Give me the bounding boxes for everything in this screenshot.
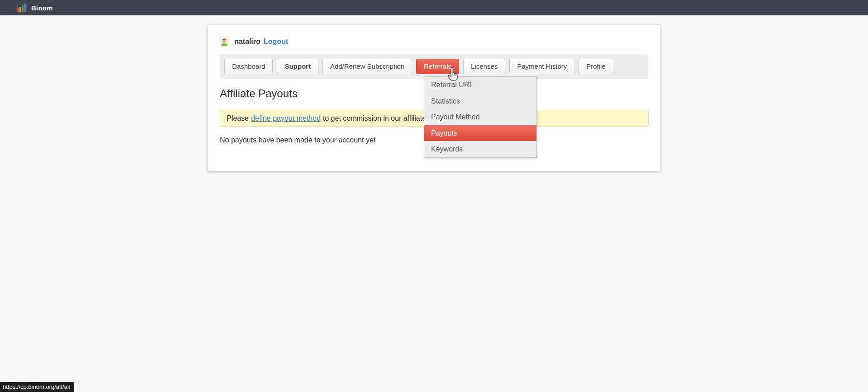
referrals-dropdown-menu: Referral URL Statistics Payout Method Pa… — [424, 76, 537, 158]
status-url-tooltip: https://cp.binom.org/aff/aff — [0, 382, 74, 392]
nav-tab-dashboard[interactable]: Dashboard — [224, 59, 273, 74]
main-nav: Dashboard Support Add/Renew Subscription… — [220, 54, 648, 79]
username-label: nataliro — [234, 38, 261, 46]
nav-tab-referrals[interactable]: Referrals — [416, 59, 459, 74]
nav-tab-add-renew-subscription[interactable]: Add/Renew Subscription — [323, 59, 412, 74]
user-row: nataliro Logout — [220, 37, 648, 46]
notice-text-prefix: Please — [227, 114, 249, 123]
nav-tab-profile[interactable]: Profile — [579, 59, 613, 74]
bar-chart-icon — [17, 4, 27, 12]
menu-item-keywords[interactable]: Keywords — [424, 141, 536, 157]
define-payout-method-link[interactable]: define payout method — [251, 114, 321, 123]
user-avatar — [220, 37, 229, 46]
menu-item-statistics[interactable]: Statistics — [424, 93, 536, 109]
brand-title[interactable]: Binom — [31, 4, 53, 12]
menu-item-referral-url[interactable]: Referral URL — [424, 77, 536, 93]
menu-item-payout-method[interactable]: Payout Method — [424, 109, 536, 125]
top-bar: Binom — [0, 0, 868, 15]
nav-tab-payment-history[interactable]: Payment History — [509, 59, 574, 74]
logout-link[interactable]: Logout — [264, 38, 288, 46]
nav-tab-support[interactable]: Support — [277, 59, 318, 74]
menu-item-payouts[interactable]: Payouts — [424, 125, 536, 142]
nav-tab-licenses[interactable]: Licenses — [463, 59, 505, 74]
